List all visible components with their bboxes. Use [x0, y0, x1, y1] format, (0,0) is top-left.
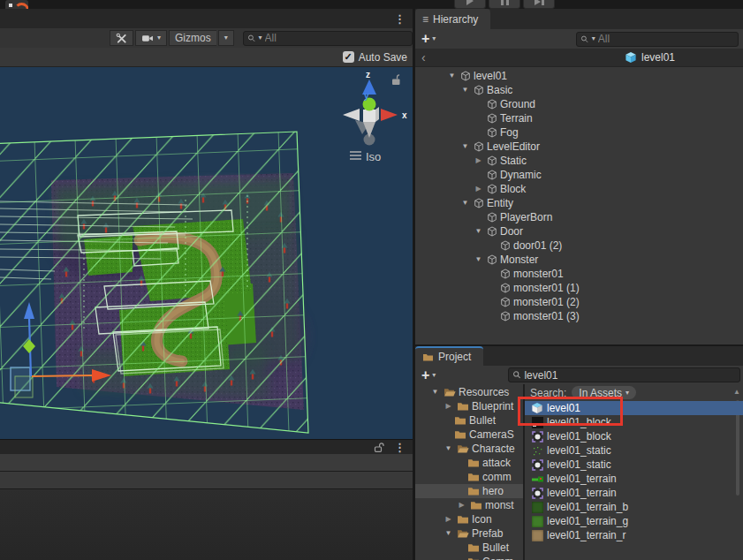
foldout-expanded-icon[interactable]: ▼ — [459, 87, 471, 94]
play-icon — [466, 0, 474, 5]
folder-item[interactable]: Comm — [415, 555, 523, 560]
hierarchy-item[interactable]: ▼Monster — [415, 253, 743, 267]
foldout-expanded-icon[interactable]: ▼ — [459, 143, 471, 150]
asset-result-selected[interactable]: level01 — [525, 401, 743, 415]
folder-item[interactable]: Bullet — [415, 541, 523, 555]
collapsed-panel-strip[interactable] — [0, 472, 413, 489]
breadcrumb-back-button[interactable]: ‹ — [415, 50, 432, 64]
hierarchy-search-field[interactable]: ▾ — [576, 32, 739, 47]
foldout-collapsed-icon[interactable]: ▶ — [473, 185, 484, 193]
folder-item[interactable]: comm — [415, 470, 523, 484]
asset-label: level01_static — [547, 458, 611, 471]
gameobject-icon — [486, 127, 498, 139]
foldout-expanded-icon[interactable]: ▼ — [443, 445, 454, 452]
unlock-icon[interactable] — [373, 442, 385, 453]
hierarchy-item[interactable]: Ground — [415, 97, 743, 111]
foldout-collapsed-icon[interactable]: ▶ — [443, 516, 454, 523]
hierarchy-item[interactable]: monster01 (1) — [415, 281, 743, 295]
hierarchy-item[interactable]: ▶Static — [415, 154, 743, 168]
gizmos-dropdown-button[interactable]: ▾ — [218, 30, 234, 46]
asset-result[interactable]: level01_terrain — [525, 472, 743, 486]
tab-hierarchy[interactable]: ≡ Hierarchy — [415, 9, 490, 29]
gameobject-icon — [486, 155, 498, 167]
project-search-field[interactable] — [508, 367, 740, 382]
folder-item[interactable]: ▼Prefab — [415, 526, 523, 541]
asset-result[interactable]: level01_block — [525, 415, 743, 429]
topbar-badge-button[interactable] — [5, 0, 28, 9]
scene-tools-button[interactable] — [110, 30, 133, 46]
folder-item[interactable]: ▶monst — [415, 498, 523, 512]
hierarchy-item[interactable]: ▼Basic — [415, 83, 743, 97]
hierarchy-item[interactable]: ▼Entity — [415, 196, 743, 210]
hierarchy-item[interactable]: PlayerBorn — [415, 210, 743, 224]
hierarchy-item[interactable]: Fog — [415, 125, 743, 140]
project-search-input[interactable] — [524, 369, 736, 382]
foldout-expanded-icon[interactable]: ▼ — [443, 530, 454, 537]
pause-icon — [501, 0, 509, 5]
asset-result[interactable]: level01_static — [525, 458, 743, 472]
folder-item[interactable]: CameraS — [415, 428, 523, 442]
foldout-collapsed-icon[interactable]: ▶ — [473, 157, 484, 164]
foldout-collapsed-icon[interactable]: ▶ — [443, 403, 454, 410]
gizmos-label: Gizmos — [175, 32, 211, 44]
create-object-button[interactable]: + ▾ — [418, 32, 439, 46]
asset-result[interactable]: level01_terrain_b — [525, 500, 743, 514]
pause-button[interactable] — [489, 0, 520, 9]
folder-open-icon — [457, 443, 469, 454]
hierarchy-item[interactable]: monster01 (2) — [415, 295, 743, 309]
hierarchy-item[interactable]: monster01 — [415, 267, 743, 281]
hierarchy-item[interactable]: ▼level01 — [415, 69, 743, 83]
foldout-expanded-icon[interactable]: ▼ — [446, 72, 458, 79]
foldout-expanded-icon[interactable]: ▼ — [473, 256, 484, 263]
scene-search-field[interactable]: ▾ — [243, 31, 413, 46]
asset-result[interactable]: level01_static — [525, 443, 743, 458]
foldout-collapsed-icon[interactable]: ▶ — [456, 502, 467, 509]
asset-label: level01_block — [547, 416, 611, 428]
gizmos-button[interactable]: Gizmos — [169, 30, 216, 46]
hierarchy-item[interactable]: ▼Door — [415, 224, 743, 238]
collapsed-panel-strip[interactable] — [0, 454, 413, 472]
auto-save-checkbox[interactable]: ✓ — [343, 51, 354, 63]
asset-result[interactable]: level01_block — [525, 429, 743, 443]
folder-open-icon — [444, 387, 456, 397]
panel-menu-icon[interactable]: ⋮ — [394, 442, 406, 453]
step-button[interactable] — [523, 0, 555, 9]
prefab-cube-icon — [531, 402, 543, 414]
folder-item[interactable]: attack — [415, 456, 523, 470]
model-brackets-icon — [531, 458, 543, 471]
foldout-expanded-icon[interactable]: ▼ — [459, 200, 471, 207]
breadcrumb[interactable]: level01 — [625, 51, 675, 64]
scene-view[interactable]: z y x Iso — [0, 67, 413, 439]
asset-result[interactable]: level01_terrain_g — [525, 514, 743, 528]
folder-item[interactable]: ▼Characte — [415, 442, 523, 456]
search-filter-caret-icon: ▾ — [259, 34, 262, 42]
hierarchy-item[interactable]: Terrain — [415, 111, 743, 125]
create-asset-button[interactable]: + ▾ — [418, 368, 439, 382]
folder-item[interactable]: ▼Resources — [415, 385, 523, 399]
search-scope-dropdown[interactable]: In Assets ▾ — [572, 386, 636, 399]
chevron-down-icon: ▾ — [432, 372, 436, 379]
hierarchy-search-input[interactable] — [598, 33, 734, 45]
foldout-expanded-icon[interactable]: ▼ — [473, 228, 484, 235]
hierarchy-item[interactable]: ▼LevelEditor — [415, 140, 743, 154]
hierarchy-item[interactable]: Dynamic — [415, 168, 743, 182]
play-button[interactable] — [454, 0, 486, 9]
hierarchy-item[interactable]: ▶Block — [415, 182, 743, 196]
folder-item-selected[interactable]: hero — [415, 484, 523, 498]
hierarchy-item[interactable]: monster01 (3) — [415, 309, 743, 323]
scene-search-input[interactable] — [265, 32, 408, 44]
asset-result[interactable]: level01_terrain_r — [525, 528, 743, 542]
hierarchy-item[interactable]: door01 (2) — [415, 238, 743, 253]
search-filter-caret-icon: ▾ — [592, 35, 595, 42]
hierarchy-item-label: Fog — [500, 126, 519, 139]
foldout-expanded-icon[interactable]: ▼ — [429, 389, 441, 396]
folder-item[interactable]: ▶Blueprint — [415, 399, 523, 413]
panel-menu-icon[interactable]: ⋮ — [394, 13, 406, 25]
folder-item[interactable]: Bullet — [415, 413, 523, 428]
asset-result[interactable]: level01_terrain — [525, 486, 743, 500]
tab-project[interactable]: Project — [415, 346, 483, 366]
project-folder-tree: ▼Resources ▶Blueprint Bullet CameraS ▼Ch… — [415, 385, 523, 560]
folder-item[interactable]: ▶Icon — [415, 512, 523, 526]
folder-label: comm — [482, 471, 512, 483]
scene-camera-button[interactable]: ▾ — [135, 30, 167, 46]
